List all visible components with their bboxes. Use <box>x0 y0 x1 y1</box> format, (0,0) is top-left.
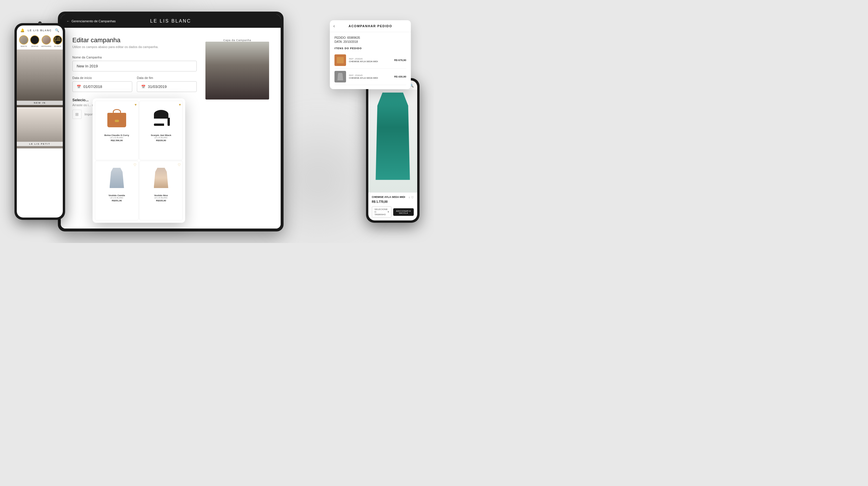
bag-mini <box>337 57 344 63</box>
bell-icon[interactable]: 🔔 <box>20 28 25 32</box>
pp-size-row: SELECIONE O TAMANHO ▾ ADICIONAR A SACOLA <box>372 206 414 218</box>
bg-blob-2 <box>275 136 362 223</box>
campaign-name-input[interactable] <box>72 61 197 71</box>
start-date-label: Data de início <box>72 76 132 79</box>
product-card-3[interactable]: ♡ Vestido Camila LE LIS BLANC R$351,96 <box>95 161 138 221</box>
grid-icon: ⊞ <box>75 112 79 117</box>
story-item-4[interactable]: LE LIS BLANC 30 30 ANOS <box>53 35 62 47</box>
phone-camera <box>38 22 42 25</box>
feed-image-1: NEW IN <box>17 50 63 107</box>
end-date-value: 31/03/2019 <box>148 85 167 89</box>
pp-chevron-icon: ▾ <box>388 210 389 213</box>
product-img-1 <box>97 103 136 132</box>
back-arrow-icon: ← <box>66 20 70 23</box>
product-card-4[interactable]: ♡ Vestido Nice LE LIS BLANC R$335,90 <box>139 161 183 221</box>
teal-dress-shape <box>376 93 410 180</box>
cover-label: Capa da Campanha <box>206 39 269 42</box>
product-price-4: R$335,90 <box>156 199 166 202</box>
tablet-header: ← Gerenciamento de Campanhas LE LIS BLAN… <box>61 14 281 28</box>
pp-action-icons: ↑ ♡ <box>408 196 414 199</box>
calendar-icon-2: 📅 <box>141 85 146 89</box>
phone-left-screen: 🔔 LE LIS BLANC 🔍 NEW IN DESFILE HEPPENIN… <box>17 26 63 218</box>
story-circles: NEW IN DESFILE HEPPENING LE LIS BLANC 30… <box>17 34 63 50</box>
back-label: Gerenciamento de Campanhas <box>71 20 116 23</box>
order-item-info-1: REF: 253645 CHEMISE AYLA SEDA MIDI <box>349 58 391 63</box>
product-brand-1: LE LIS BLANC <box>110 136 123 138</box>
phone-brand: LE LIS BLANC <box>25 29 55 32</box>
story-item-3[interactable]: HEPPENING <box>41 35 51 47</box>
end-date-label: Data de fim <box>137 76 197 79</box>
story-item-1[interactable]: NEW IN <box>19 35 28 47</box>
date-row: Data de início 📅 01/07/2018 Data de fim … <box>72 76 197 92</box>
heart-icon-4[interactable]: ♡ <box>178 163 181 167</box>
feed-image-2: LE LIS PETIT <box>17 108 63 149</box>
pp-heart-icon[interactable]: ♡ <box>411 196 414 199</box>
search-icon[interactable]: 🔍 <box>55 28 59 32</box>
product-brand-2: LE LIS BLANC <box>154 136 167 138</box>
phone-left-header: 🔔 LE LIS BLANC 🔍 <box>17 26 63 34</box>
order-data-label: DATA: <box>335 40 343 43</box>
import-icon[interactable]: ⊞ <box>72 110 82 119</box>
campaign-cover-section: Capa da Campanha <box>206 36 269 136</box>
heel-bottom <box>167 118 170 126</box>
product-name-1: Bolsa Claudio G Curry <box>104 134 129 136</box>
heart-icon-3[interactable]: ♡ <box>133 163 136 167</box>
order-data-value: 20/10/2018 <box>343 40 358 43</box>
bag-handle <box>113 109 121 114</box>
heel-top <box>154 110 168 119</box>
heart-icon-2[interactable]: ♥ <box>179 103 181 107</box>
order-item-name-1: CHEMISE AYLA SEDA MIDI <box>349 60 391 63</box>
product-img-3 <box>97 163 136 192</box>
dress-gray-shape <box>110 168 124 188</box>
bag-clasp <box>115 120 119 122</box>
back-button[interactable]: ← Gerenciamento de Campanhas <box>66 20 116 23</box>
pp-share-icon[interactable]: ↑ <box>408 196 410 199</box>
pp-product-info: CHEMISE AYLA SEDA MIDI ↑ ♡ R$ 1.770,00 S… <box>368 192 417 221</box>
campaign-name-label: Nome da Campanha <box>72 56 197 59</box>
story-img-4: LE LIS BLANC 30 <box>53 35 62 44</box>
pp-size-select[interactable]: SELECIONE O TAMANHO ▾ <box>372 206 392 218</box>
floral-dress-shape <box>154 168 168 188</box>
order-item-img-2 <box>335 71 346 83</box>
story-logo-text: LE LIS BLANC 30 <box>54 37 62 43</box>
order-data: DATA: 20/10/2018 <box>335 40 406 43</box>
product-card-1[interactable]: ♥ Bolsa Claudio G Curry LE LIS BLANC R$2… <box>95 101 138 160</box>
heel-shape-wrapper <box>153 110 170 126</box>
story-img-3 <box>42 35 51 44</box>
pp-size-label: SELECIONE O TAMANHO <box>374 208 388 216</box>
edit-subtitle: Utilize os campos abaixo para editar os … <box>72 45 197 48</box>
order-back-button[interactable]: ‹ <box>333 24 335 29</box>
heel-sole <box>154 124 164 126</box>
cover-figure <box>206 42 269 99</box>
phone-feed: NEW IN LE LIS PETIT <box>17 50 63 218</box>
story-label-3: HEPPENING <box>41 45 51 47</box>
start-date-input[interactable]: 📅 01/07/2018 <box>72 81 132 92</box>
product-card-2[interactable]: ♥ Scarpin Javi Black LE LIS BLANC R$339,… <box>139 101 183 160</box>
bag-shape <box>107 108 126 127</box>
product-name-4: Vestido Nice <box>154 194 168 197</box>
tablet-brand-title: LE LIS BLANC <box>150 19 191 24</box>
feed-label-2: LE LIS PETIT <box>17 142 63 146</box>
order-header: ‹ ACOMPANHAR PEDIDO <box>330 20 411 32</box>
product-grid: ♥ Bolsa Claudio G Curry LE LIS BLANC R$2… <box>93 98 185 223</box>
story-label-4: 30 ANOS <box>54 45 61 47</box>
phone-product-device: ‹ LE LIS BLANC 🔍 CHEMISE AYLA SEDA MIDI … <box>366 78 420 223</box>
heart-icon-1[interactable]: ♥ <box>134 103 136 107</box>
story-img-2 <box>30 35 39 44</box>
product-name-2: Scarpin Javi Black <box>151 134 171 136</box>
story-img-1 <box>19 35 28 44</box>
story-label-1: NEW IN <box>21 45 27 47</box>
product-img-2 <box>141 103 181 132</box>
end-date-input[interactable]: 📅 31/03/2019 <box>137 81 197 92</box>
start-date-value: 01/07/2018 <box>83 85 102 89</box>
order-pedido: PEDIDO: 65989635 <box>335 36 406 39</box>
phone-product-screen: ‹ LE LIS BLANC 🔍 CHEMISE AYLA SEDA MIDI … <box>368 80 417 221</box>
feed-label-1: NEW IN <box>17 101 63 105</box>
product-brand-4: LE LIS BLANC <box>154 197 167 199</box>
main-wrapper: ← Gerenciamento de Campanhas LE LIS BLAN… <box>14 6 420 237</box>
order-title: ACOMPANHAR PEDIDO <box>349 24 392 28</box>
pp-add-button[interactable]: ADICIONAR A SACOLA <box>393 208 414 216</box>
story-item-2[interactable]: DESFILE <box>30 35 39 47</box>
pp-product-name: CHEMISE AYLA SEDA MIDI <box>372 196 405 198</box>
product-price-1: R$2.590,90 <box>111 139 123 142</box>
